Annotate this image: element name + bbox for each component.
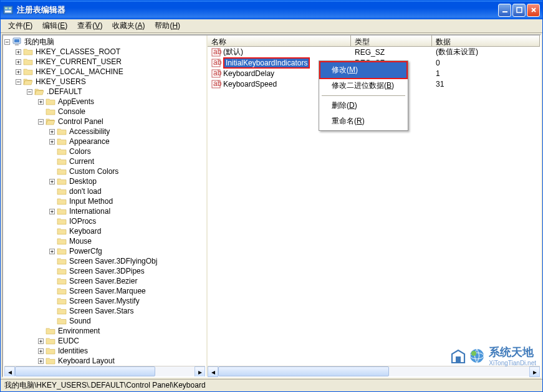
- svg-rect-4: [502, 11, 507, 12]
- menubar: 文件(F) 编辑(E) 查看(V) 收藏夹(A) 帮助(H): [1, 19, 542, 33]
- menu-view[interactable]: 查看(V): [72, 19, 107, 32]
- tree-cp-screen-saver-bezier[interactable]: Screen Saver.Bezier: [4, 276, 205, 286]
- folder-icon: [57, 317, 67, 325]
- svg-rect-3: [5, 11, 11, 12]
- expander-icon[interactable]: −: [4, 39, 10, 45]
- tree-cp-accessibility[interactable]: +Accessibility: [4, 127, 205, 136]
- menu-file[interactable]: 文件(F): [3, 19, 37, 32]
- tree-cp-custom-colors[interactable]: Custom Colors: [4, 166, 205, 176]
- expander-icon[interactable]: +: [16, 69, 21, 75]
- ctx-modify[interactable]: 修改(M): [319, 61, 408, 79]
- tree-cp-desktop[interactable]: +Desktop: [4, 176, 205, 186]
- folder-icon: [57, 247, 67, 256]
- svg-text:ab: ab: [213, 58, 221, 67]
- tree-hklm[interactable]: +HKEY_LOCAL_MACHINE: [4, 67, 205, 77]
- tree-cp-colors[interactable]: Colors: [4, 146, 205, 156]
- expander-icon[interactable]: +: [49, 129, 55, 135]
- svg-rect-1: [5, 7, 7, 9]
- ctx-modify-binary[interactable]: 修改二进位数据(B): [320, 78, 406, 93]
- tree-cp-powercfg[interactable]: +PowerCfg: [4, 246, 205, 256]
- tree-pane[interactable]: −我的电脑+HKEY_CLASSES_ROOT+HKEY_CURRENT_USE…: [3, 36, 208, 376]
- folder-icon: [57, 217, 67, 226]
- column-name[interactable]: 名称: [208, 36, 351, 46]
- svg-rect-5: [517, 7, 522, 12]
- folder-icon: [57, 287, 67, 295]
- tree-cp-screen-saver-marquee[interactable]: Screen Saver.Marquee: [4, 286, 205, 296]
- folder-icon: [23, 47, 33, 56]
- tree-scrollbar-h[interactable]: ◂ ▸: [4, 366, 205, 376]
- tree-cp-screen-saver-3dflyingobj[interactable]: Screen Saver.3DFlyingObj: [4, 256, 205, 266]
- expander-icon[interactable]: +: [49, 139, 55, 145]
- menu-favorites[interactable]: 收藏夹(A): [107, 19, 150, 32]
- folder-icon: [57, 257, 67, 265]
- tree-appevents[interactable]: +AppEvents: [4, 97, 205, 107]
- expander-icon[interactable]: +: [49, 179, 55, 184]
- tree-cp-ioprocs[interactable]: IOProcs: [4, 216, 205, 226]
- expander-icon[interactable]: +: [16, 59, 21, 65]
- tree-cp-don-t-load[interactable]: don't load: [4, 186, 205, 196]
- list-body[interactable]: ab(默认) REG_SZ (数值未设置) abInitialKeyboardI…: [208, 47, 540, 366]
- maximize-button[interactable]: [512, 4, 526, 17]
- tree-cp-current[interactable]: Current: [4, 156, 205, 166]
- tree-hkcr[interactable]: +HKEY_CLASSES_ROOT: [4, 47, 205, 57]
- menu-help[interactable]: 帮助(H): [150, 19, 185, 32]
- string-value-icon: ab: [211, 79, 221, 89]
- scroll-right-button[interactable]: ▸: [195, 366, 205, 376]
- tree-console[interactable]: Console: [4, 107, 205, 117]
- svg-text:ab: ab: [213, 79, 221, 88]
- ctx-delete[interactable]: 删除(D): [320, 98, 406, 113]
- tree-cp-keyboard[interactable]: Keyboard: [4, 226, 205, 236]
- expander-icon[interactable]: −: [16, 79, 21, 85]
- tree-cp-appearance[interactable]: +Appearance: [4, 136, 205, 146]
- folder-icon: [57, 157, 67, 166]
- column-data[interactable]: 数据: [432, 36, 540, 46]
- tree-hku[interactable]: −HKEY_USERS: [4, 77, 205, 87]
- app-icon: [3, 5, 13, 15]
- tree-hkcu[interactable]: +HKEY_CURRENT_USER: [4, 57, 205, 67]
- tree-cp-screen-saver-3dpipes[interactable]: Screen Saver.3DPipes: [4, 266, 205, 276]
- expander-icon[interactable]: −: [38, 119, 44, 125]
- folder-icon: [57, 277, 67, 285]
- list-scrollbar-h[interactable]: ◂ ▸: [208, 366, 540, 376]
- expander-icon[interactable]: +: [16, 49, 21, 55]
- column-type[interactable]: 类型: [351, 36, 432, 46]
- scroll-left-button[interactable]: ◂: [4, 366, 15, 376]
- tree-cp-screen-saver-stars[interactable]: Screen Saver.Stars: [4, 306, 205, 316]
- ctx-rename[interactable]: 重命名(R): [320, 113, 406, 129]
- expander-icon[interactable]: +: [38, 99, 44, 105]
- expander-icon[interactable]: −: [27, 89, 32, 95]
- expander-icon[interactable]: +: [49, 249, 55, 254]
- svg-text:ab: ab: [213, 69, 221, 77]
- scroll-left-button[interactable]: ◂: [208, 366, 218, 377]
- minimize-button[interactable]: [498, 4, 511, 17]
- close-button[interactable]: [527, 4, 540, 17]
- status-path: 我的电脑\HKEY_USERS\.DEFAULT\Control Panel\K…: [4, 380, 206, 391]
- menu-edit[interactable]: 编辑(E): [37, 19, 72, 32]
- tree-default[interactable]: −.DEFAULT: [4, 87, 205, 97]
- scroll-right-button[interactable]: ▸: [529, 366, 540, 377]
- tree-cp-screen-saver-mystify[interactable]: Screen Saver.Mystify: [4, 296, 205, 306]
- folder-icon: [57, 267, 67, 275]
- expander-icon[interactable]: +: [38, 348, 44, 354]
- folder-icon: [23, 57, 33, 66]
- tree-controlpanel[interactable]: −Control Panel: [4, 117, 205, 127]
- list-header: 名称 类型 数据: [208, 36, 540, 47]
- tree-root-mycomputer[interactable]: −我的电脑: [4, 37, 205, 47]
- folder-icon: [46, 327, 55, 335]
- expander-icon[interactable]: +: [38, 358, 44, 364]
- tree-cp-international[interactable]: +International: [4, 206, 205, 216]
- svg-rect-7: [14, 39, 19, 42]
- tree-cp-sound[interactable]: Sound: [4, 316, 205, 326]
- tree-identities[interactable]: +Identities: [4, 346, 205, 356]
- tree-keyboardlayout[interactable]: +Keyboard Layout: [4, 356, 205, 366]
- tree-cp-input-method[interactable]: Input Method: [4, 196, 205, 206]
- folder-icon: [57, 297, 67, 305]
- tree-cp-mouse[interactable]: Mouse: [4, 236, 205, 246]
- list-pane: 名称 类型 数据 ab(默认) REG_SZ (数值未设置) abInitial…: [208, 36, 540, 376]
- folder-icon: [57, 167, 67, 176]
- tree-eudc[interactable]: +EUDC: [4, 336, 205, 346]
- value-row[interactable]: ab(默认) REG_SZ (数值未设置): [208, 47, 540, 57]
- expander-icon[interactable]: +: [49, 209, 55, 214]
- tree-environment[interactable]: Environment: [4, 326, 205, 336]
- expander-icon[interactable]: +: [38, 338, 44, 344]
